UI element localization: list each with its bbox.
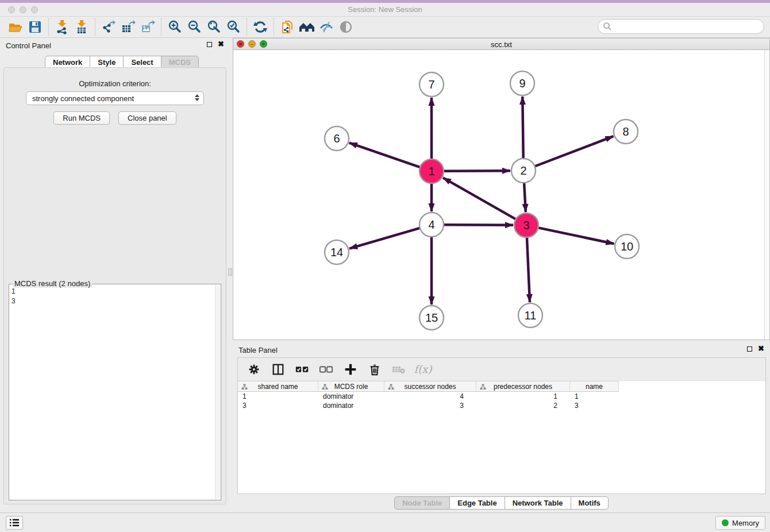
table-cell[interactable]: 1 [476, 392, 570, 401]
clone-network-button[interactable] [278, 18, 297, 36]
table-cell[interactable]: dominator [318, 401, 384, 410]
graph-node-15[interactable]: 15 [419, 306, 444, 330]
table-panel-title: Table Panel [238, 346, 278, 354]
memory-button[interactable]: Memory [715, 516, 765, 530]
gear-icon [247, 363, 261, 376]
graph-node-6[interactable]: 6 [325, 126, 349, 151]
criterion-dropdown[interactable]: strongly connected component [26, 91, 204, 105]
toolbar-separator [274, 18, 274, 36]
mcds-tab-content: Optimization criterion: strongly connect… [3, 67, 226, 504]
graph-node-label: 8 [622, 125, 629, 138]
graph-node-7[interactable]: 7 [419, 72, 444, 97]
graph-edge-3-11[interactable] [527, 237, 530, 302]
column-header-predecessor-nodes[interactable]: predecessor nodes [476, 381, 570, 392]
graph-edge-3-1[interactable] [443, 178, 516, 219]
column-header-mcds-role[interactable]: MCDS role [318, 381, 384, 392]
vertical-splitter-handle[interactable] [228, 268, 232, 276]
table-cell[interactable]: 4 [384, 392, 476, 401]
network-canvas[interactable]: 7968124314101511 [233, 50, 764, 340]
hide-selected-button[interactable] [317, 18, 336, 36]
table-settings-button[interactable] [246, 361, 262, 377]
graph-edge-3-10[interactable] [538, 228, 614, 244]
export-table-button[interactable] [118, 18, 138, 36]
column-header-name[interactable]: name [570, 381, 619, 392]
graph-node-14[interactable]: 14 [325, 240, 349, 264]
graph-node-11[interactable]: 11 [518, 303, 542, 327]
graph-node-3[interactable]: 3 [514, 213, 538, 237]
show-column-panel-button[interactable] [270, 361, 286, 377]
network-window-titlebar[interactable]: ✕ – + scc.txt [233, 38, 769, 50]
create-column-button[interactable] [342, 361, 359, 377]
refresh-icon [253, 20, 268, 34]
graph-edge-4-14[interactable] [349, 228, 420, 249]
graph-node-4[interactable]: 4 [419, 213, 444, 237]
float-panel-icon[interactable] [207, 42, 212, 47]
status-bar: Memory [0, 512, 770, 532]
window-title: Session: New Session [0, 5, 770, 14]
graph-node-label: 14 [330, 246, 343, 259]
zoom-selected-button[interactable] [224, 18, 243, 36]
graph-edge-2-9[interactable] [522, 97, 523, 159]
run-mcds-button[interactable]: Run MCDS [53, 111, 110, 125]
column-header-shared-name[interactable]: shared name [238, 381, 318, 392]
titlebar[interactable]: Session: New Session [0, 3, 770, 17]
column-header-successor-nodes[interactable]: successor nodes [384, 381, 476, 392]
close-table-panel-icon[interactable]: ✖ [758, 345, 764, 352]
export-table-icon [121, 20, 136, 34]
graph-edge-2-3[interactable] [524, 183, 526, 212]
graph-edge-2-8[interactable] [535, 136, 614, 166]
home-view-button[interactable] [297, 18, 317, 36]
save-session-button[interactable] [25, 18, 45, 36]
table-tab-motifs[interactable]: Motifs [571, 496, 609, 510]
zoom-fit-icon [206, 20, 221, 34]
table-cell[interactable]: 3 [238, 401, 318, 410]
search-input[interactable] [612, 22, 764, 31]
network-vertical-scrollbar[interactable] [764, 50, 769, 340]
table-cell[interactable]: 2 [476, 401, 570, 410]
control-panel-title: Control Panel [6, 41, 51, 50]
half-eye-icon [319, 20, 334, 34]
task-history-button[interactable] [6, 516, 23, 530]
delete-column-button[interactable] [367, 361, 383, 377]
table-cell[interactable]: 3 [384, 401, 476, 410]
table-tab-network-table[interactable]: Network Table [505, 496, 571, 510]
select-all-rows-button[interactable] [294, 361, 310, 377]
function-builder-button[interactable]: f(x) [415, 361, 431, 377]
graph-node-2[interactable]: 2 [511, 159, 536, 183]
graph-node-1[interactable]: 1 [419, 159, 444, 183]
graph-node-9[interactable]: 9 [510, 71, 534, 95]
table-row[interactable]: 1dominator411 [238, 392, 619, 401]
deselect-all-rows-button[interactable] [318, 361, 334, 377]
import-table-button[interactable] [72, 18, 91, 36]
table-tab-node-table[interactable]: Node Table [394, 496, 450, 510]
export-network-button[interactable] [99, 18, 118, 36]
graph-node-10[interactable]: 10 [615, 234, 639, 259]
export-image-button[interactable] [138, 18, 157, 36]
graph-edge-1-2[interactable] [444, 171, 510, 171]
zoom-fit-button[interactable] [204, 18, 224, 36]
close-panel-button[interactable]: Close panel [118, 111, 176, 125]
table-cell[interactable]: 1 [570, 392, 619, 401]
table-row[interactable]: 3dominator323 [238, 401, 619, 410]
close-panel-icon[interactable]: ✖ [218, 41, 224, 48]
result-scrollbar[interactable] [215, 285, 220, 499]
graph-node-8[interactable]: 8 [614, 119, 638, 144]
zoom-out-button[interactable] [184, 18, 204, 36]
graph-edge-4-3[interactable] [444, 225, 513, 225]
open-session-button[interactable] [6, 18, 25, 36]
import-network-button[interactable] [52, 18, 72, 36]
refresh-button[interactable] [251, 18, 270, 36]
delete-table-button[interactable] [391, 361, 407, 377]
table-tab-edge-table[interactable]: Edge Table [449, 496, 505, 510]
float-table-panel-icon[interactable] [747, 346, 752, 352]
table-cell[interactable]: dominator [318, 392, 384, 401]
table-cell[interactable]: 3 [570, 401, 619, 410]
show-graphics-details-button[interactable] [336, 18, 356, 36]
table-cell[interactable]: 1 [238, 392, 318, 401]
clone-network-icon [280, 20, 295, 34]
graph-edge-1-6[interactable] [349, 143, 420, 168]
dropdown-chevrons-icon [195, 94, 199, 101]
global-search-field[interactable] [598, 19, 764, 34]
control-panel: Control Panel ✖ NetworkStyleSelectMCDS O… [0, 38, 230, 512]
zoom-in-button[interactable] [165, 18, 184, 36]
